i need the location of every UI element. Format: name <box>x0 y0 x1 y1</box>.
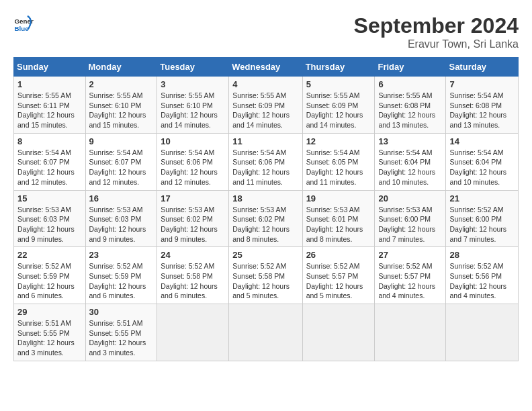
day-number: 26 <box>306 250 371 260</box>
day-info: Sunrise: 5:54 AM Sunset: 6:05 PM Dayligh… <box>306 148 371 187</box>
day-info: Sunrise: 5:54 AM Sunset: 6:08 PM Dayligh… <box>449 91 515 130</box>
day-number: 12 <box>306 136 371 146</box>
day-number: 17 <box>161 193 225 203</box>
calendar-table: SundayMondayTuesdayWednesdayThursdayFrid… <box>13 57 519 361</box>
calendar-cell: 12Sunrise: 5:54 AM Sunset: 6:05 PM Dayli… <box>302 133 375 190</box>
day-info: Sunrise: 5:53 AM Sunset: 6:02 PM Dayligh… <box>161 205 225 244</box>
day-info: Sunrise: 5:55 AM Sunset: 6:11 PM Dayligh… <box>17 91 82 130</box>
calendar-header-row: SundayMondayTuesdayWednesdayThursdayFrid… <box>14 58 519 77</box>
title-block: September 2024 Eravur Town, Sri Lanka <box>354 13 519 50</box>
col-header-saturday: Saturday <box>446 58 519 77</box>
calendar-cell <box>157 304 229 361</box>
day-info: Sunrise: 5:53 AM Sunset: 6:00 PM Dayligh… <box>378 205 442 244</box>
calendar-week-3: 15Sunrise: 5:53 AM Sunset: 6:03 PM Dayli… <box>14 190 519 247</box>
calendar-week-5: 29Sunrise: 5:51 AM Sunset: 5:55 PM Dayli… <box>14 304 519 361</box>
day-info: Sunrise: 5:52 AM Sunset: 5:58 PM Dayligh… <box>232 261 298 301</box>
day-number: 21 <box>449 193 515 203</box>
day-info: Sunrise: 5:54 AM Sunset: 6:07 PM Dayligh… <box>17 148 82 187</box>
day-info: Sunrise: 5:51 AM Sunset: 5:55 PM Dayligh… <box>17 318 82 358</box>
day-info: Sunrise: 5:54 AM Sunset: 6:07 PM Dayligh… <box>89 148 154 187</box>
calendar-cell <box>229 304 302 361</box>
day-number: 29 <box>17 307 82 317</box>
col-header-friday: Friday <box>375 58 446 77</box>
day-number: 25 <box>232 250 298 260</box>
day-number: 11 <box>232 136 298 146</box>
day-info: Sunrise: 5:53 AM Sunset: 6:03 PM Dayligh… <box>89 205 154 244</box>
day-info: Sunrise: 5:55 AM Sunset: 6:09 PM Dayligh… <box>232 91 298 130</box>
calendar-cell: 28Sunrise: 5:52 AM Sunset: 5:56 PM Dayli… <box>446 247 519 304</box>
col-header-thursday: Thursday <box>302 58 375 77</box>
day-number: 4 <box>232 79 298 89</box>
day-info: Sunrise: 5:52 AM Sunset: 5:56 PM Dayligh… <box>449 261 515 301</box>
day-number: 8 <box>17 136 82 146</box>
day-number: 28 <box>449 250 515 260</box>
calendar-cell: 15Sunrise: 5:53 AM Sunset: 6:03 PM Dayli… <box>14 190 86 247</box>
calendar-cell: 24Sunrise: 5:52 AM Sunset: 5:58 PM Dayli… <box>157 247 229 304</box>
calendar-cell: 25Sunrise: 5:52 AM Sunset: 5:58 PM Dayli… <box>229 247 302 304</box>
calendar-cell <box>446 304 519 361</box>
calendar-cell: 29Sunrise: 5:51 AM Sunset: 5:55 PM Dayli… <box>14 304 86 361</box>
day-number: 19 <box>306 193 371 203</box>
location-title: Eravur Town, Sri Lanka <box>354 38 519 50</box>
calendar-week-2: 8Sunrise: 5:54 AM Sunset: 6:07 PM Daylig… <box>14 133 519 190</box>
calendar-cell: 22Sunrise: 5:52 AM Sunset: 5:59 PM Dayli… <box>14 247 86 304</box>
day-info: Sunrise: 5:54 AM Sunset: 6:06 PM Dayligh… <box>232 148 298 187</box>
logo-icon: General Blue <box>13 13 34 34</box>
calendar-cell: 9Sunrise: 5:54 AM Sunset: 6:07 PM Daylig… <box>85 133 157 190</box>
calendar-cell: 5Sunrise: 5:55 AM Sunset: 6:09 PM Daylig… <box>302 77 375 134</box>
day-number: 2 <box>89 79 154 89</box>
day-info: Sunrise: 5:55 AM Sunset: 6:10 PM Dayligh… <box>89 91 154 130</box>
day-number: 30 <box>89 307 154 317</box>
day-info: Sunrise: 5:52 AM Sunset: 5:59 PM Dayligh… <box>89 261 154 301</box>
calendar-cell: 1Sunrise: 5:55 AM Sunset: 6:11 PM Daylig… <box>14 77 86 134</box>
month-title: September 2024 <box>354 13 519 38</box>
calendar-cell: 17Sunrise: 5:53 AM Sunset: 6:02 PM Dayli… <box>157 190 229 247</box>
calendar-cell: 3Sunrise: 5:55 AM Sunset: 6:10 PM Daylig… <box>157 77 229 134</box>
day-info: Sunrise: 5:53 AM Sunset: 6:03 PM Dayligh… <box>17 205 82 244</box>
day-info: Sunrise: 5:55 AM Sunset: 6:08 PM Dayligh… <box>378 91 442 130</box>
day-info: Sunrise: 5:53 AM Sunset: 6:01 PM Dayligh… <box>306 205 371 244</box>
day-info: Sunrise: 5:52 AM Sunset: 6:00 PM Dayligh… <box>449 205 515 244</box>
day-number: 16 <box>89 193 154 203</box>
day-info: Sunrise: 5:55 AM Sunset: 6:09 PM Dayligh… <box>306 91 371 130</box>
calendar-cell: 20Sunrise: 5:53 AM Sunset: 6:00 PM Dayli… <box>375 190 446 247</box>
calendar-week-1: 1Sunrise: 5:55 AM Sunset: 6:11 PM Daylig… <box>14 77 519 134</box>
logo: General Blue <box>13 13 34 34</box>
day-number: 13 <box>378 136 442 146</box>
day-number: 23 <box>89 250 154 260</box>
day-info: Sunrise: 5:54 AM Sunset: 6:04 PM Dayligh… <box>378 148 442 187</box>
calendar-cell: 14Sunrise: 5:54 AM Sunset: 6:04 PM Dayli… <box>446 133 519 190</box>
day-number: 27 <box>378 250 442 260</box>
day-number: 3 <box>161 79 225 89</box>
calendar-cell: 2Sunrise: 5:55 AM Sunset: 6:10 PM Daylig… <box>85 77 157 134</box>
day-number: 10 <box>161 136 225 146</box>
calendar-week-4: 22Sunrise: 5:52 AM Sunset: 5:59 PM Dayli… <box>14 247 519 304</box>
day-number: 20 <box>378 193 442 203</box>
calendar-cell: 10Sunrise: 5:54 AM Sunset: 6:06 PM Dayli… <box>157 133 229 190</box>
day-number: 15 <box>17 193 82 203</box>
calendar-cell: 7Sunrise: 5:54 AM Sunset: 6:08 PM Daylig… <box>446 77 519 134</box>
calendar-cell: 30Sunrise: 5:51 AM Sunset: 5:55 PM Dayli… <box>85 304 157 361</box>
col-header-tuesday: Tuesday <box>157 58 229 77</box>
day-number: 18 <box>232 193 298 203</box>
calendar-cell <box>375 304 446 361</box>
day-number: 14 <box>449 136 515 146</box>
day-info: Sunrise: 5:52 AM Sunset: 5:59 PM Dayligh… <box>17 261 82 301</box>
day-number: 5 <box>306 79 371 89</box>
svg-text:Blue: Blue <box>15 25 30 32</box>
day-number: 22 <box>17 250 82 260</box>
calendar-cell: 26Sunrise: 5:52 AM Sunset: 5:57 PM Dayli… <box>302 247 375 304</box>
day-number: 9 <box>89 136 154 146</box>
calendar-cell: 11Sunrise: 5:54 AM Sunset: 6:06 PM Dayli… <box>229 133 302 190</box>
calendar-body: 1Sunrise: 5:55 AM Sunset: 6:11 PM Daylig… <box>14 77 519 361</box>
calendar-cell: 8Sunrise: 5:54 AM Sunset: 6:07 PM Daylig… <box>14 133 86 190</box>
calendar-cell: 16Sunrise: 5:53 AM Sunset: 6:03 PM Dayli… <box>85 190 157 247</box>
calendar-cell <box>302 304 375 361</box>
calendar-cell: 19Sunrise: 5:53 AM Sunset: 6:01 PM Dayli… <box>302 190 375 247</box>
col-header-monday: Monday <box>85 58 157 77</box>
calendar-cell: 18Sunrise: 5:53 AM Sunset: 6:02 PM Dayli… <box>229 190 302 247</box>
day-number: 24 <box>161 250 225 260</box>
calendar-cell: 27Sunrise: 5:52 AM Sunset: 5:57 PM Dayli… <box>375 247 446 304</box>
day-info: Sunrise: 5:55 AM Sunset: 6:10 PM Dayligh… <box>161 91 225 130</box>
calendar-cell: 6Sunrise: 5:55 AM Sunset: 6:08 PM Daylig… <box>375 77 446 134</box>
